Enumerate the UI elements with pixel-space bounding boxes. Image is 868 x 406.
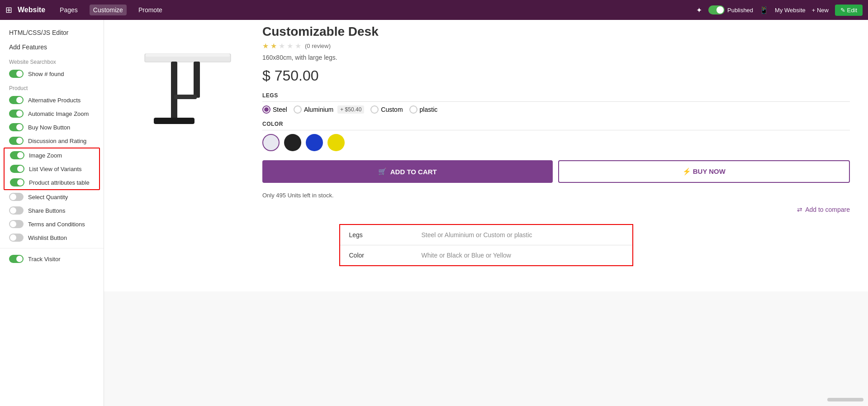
- color-label: COLOR: [262, 121, 850, 130]
- toggle-auto-zoom-switch[interactable]: [9, 110, 24, 118]
- color-white[interactable]: [262, 134, 280, 151]
- toggle-discussion-switch[interactable]: [9, 137, 24, 145]
- review-count: (0 review): [305, 43, 331, 49]
- toggle-show-found[interactable]: Show # found: [0, 67, 104, 81]
- toggle-prod-attr-table-switch[interactable]: [10, 178, 24, 186]
- add-to-cart-label: ADD TO CART: [390, 168, 437, 176]
- aluminium-price-badge: + $50.40: [337, 105, 364, 114]
- nav-promote[interactable]: Promote: [135, 5, 166, 15]
- product-image: [122, 24, 249, 142]
- published-label: Published: [727, 7, 753, 14]
- radio-steel[interactable]: [262, 105, 270, 114]
- color-swatches: [262, 134, 850, 151]
- toggle-buy-now-switch[interactable]: [9, 123, 24, 131]
- toggle-alt-products-switch[interactable]: [9, 96, 24, 104]
- color-yellow[interactable]: [327, 134, 345, 151]
- toggle-terms[interactable]: Terms and Conditions: [0, 217, 104, 231]
- legs-option-plastic[interactable]: plastic: [409, 105, 438, 114]
- toggle-share-btns[interactable]: Share Buttons: [0, 204, 104, 217]
- toggle-auto-zoom-label: Automatic Image Zoom: [28, 110, 89, 117]
- toggle-share-btns-switch[interactable]: [9, 206, 24, 215]
- toggle-terms-switch[interactable]: [9, 220, 24, 228]
- toggle-discussion[interactable]: Discussion and Rating: [0, 134, 104, 148]
- color-section: COLOR: [262, 121, 850, 151]
- stock-info: Only 495 Units left in stock.: [262, 192, 850, 199]
- toggle-alt-products[interactable]: Alternative Products: [0, 93, 104, 107]
- stars-row: ★ ★ ★ ★ ★ (0 review): [262, 42, 850, 50]
- sidebar: HTML/CSS/JS Editor Add Features Website …: [0, 20, 104, 406]
- toggle-list-variants-label: List View of Variants: [29, 166, 82, 172]
- cart-icon: 🛒: [378, 167, 387, 176]
- toggle-list-variants-switch[interactable]: [10, 165, 24, 173]
- toggle-show-found-switch[interactable]: [9, 70, 24, 78]
- grid-icon[interactable]: ⊞: [5, 5, 12, 15]
- topnav: ⊞ Website Pages Customize Promote ✦ Publ…: [0, 0, 868, 20]
- toggle-prod-attr-table[interactable]: Product attributes table: [5, 176, 99, 189]
- toggle-track-visitor-switch[interactable]: [9, 255, 24, 263]
- attr-table-element: Legs Steel or Aluminium or Custom or pla…: [340, 225, 632, 265]
- sidebar-item-add-features[interactable]: Add Features: [0, 40, 104, 54]
- compare-link[interactable]: ⇄ Add to compare: [262, 206, 850, 213]
- toggle-prod-attr-table-label: Product attributes table: [29, 179, 90, 186]
- attr-name-color: Color: [340, 245, 413, 266]
- add-to-cart-button[interactable]: 🛒 ADD TO CART: [262, 160, 553, 183]
- new-button[interactable]: + New: [812, 7, 829, 14]
- star-5: ★: [295, 42, 301, 50]
- brand-label: Website: [18, 6, 45, 14]
- desk-illustration: [127, 29, 244, 138]
- toggle-discussion-label: Discussion and Rating: [28, 138, 86, 144]
- radio-aluminium[interactable]: [294, 105, 302, 114]
- color-blue[interactable]: [306, 134, 323, 151]
- toggle-image-zoom-label: Image Zoom: [29, 152, 62, 159]
- legs-options: Steel Aluminium + $50.40 Custom: [262, 105, 850, 114]
- toggle-select-qty[interactable]: Select Quantity: [0, 190, 104, 204]
- toggle-wishlist-switch[interactable]: [9, 234, 24, 242]
- toggle-list-variants[interactable]: List View of Variants: [5, 162, 99, 176]
- sidebar-item-html-editor[interactable]: HTML/CSS/JS Editor: [0, 25, 104, 40]
- radio-plastic[interactable]: [409, 105, 417, 114]
- toggle-buy-now-label: Buy Now Button: [28, 124, 70, 131]
- legs-option-steel[interactable]: Steel: [262, 105, 287, 114]
- attributes-table: Legs Steel or Aluminium or Custom or pla…: [339, 224, 633, 266]
- toggle-auto-zoom[interactable]: Automatic Image Zoom: [0, 107, 104, 120]
- table-row: Color White or Black or Blue or Yellow: [340, 245, 632, 266]
- action-buttons: 🛒 ADD TO CART ⚡ BUY NOW: [262, 160, 850, 183]
- toggle-select-qty-switch[interactable]: [9, 193, 24, 201]
- phone-icon[interactable]: 📱: [759, 6, 768, 14]
- toggle-track-visitor[interactable]: Track Visitor: [0, 252, 104, 266]
- toggle-wishlist[interactable]: Wishlist Button: [0, 231, 104, 244]
- svg-rect-3: [154, 118, 194, 124]
- attributes-table-wrapper: Legs Steel or Aluminium or Custom or pla…: [122, 224, 850, 266]
- nav-customize[interactable]: Customize: [90, 5, 127, 15]
- legs-option-aluminium[interactable]: Aluminium + $50.40: [294, 105, 364, 114]
- nav-pages[interactable]: Pages: [56, 5, 81, 15]
- legs-option-custom[interactable]: Custom: [370, 105, 403, 114]
- star-4: ★: [287, 42, 293, 50]
- main-layout: HTML/CSS/JS Editor Add Features Website …: [0, 20, 868, 406]
- table-row: Legs Steel or Aluminium or Custom or pla…: [340, 225, 632, 245]
- edit-button[interactable]: ✎ Edit: [835, 5, 863, 16]
- scrollbar[interactable]: [827, 398, 863, 401]
- buy-now-button[interactable]: ⚡ BUY NOW: [558, 160, 850, 183]
- html-editor-label: HTML/CSS/JS Editor: [9, 29, 68, 36]
- toggle-image-zoom-switch[interactable]: [10, 151, 24, 159]
- toggle-image-zoom[interactable]: Image Zoom: [5, 148, 99, 162]
- site-name[interactable]: My Website: [775, 7, 806, 14]
- toggle-alt-products-label: Alternative Products: [28, 97, 81, 104]
- radio-custom[interactable]: [370, 105, 379, 114]
- add-features-label: Add Features: [9, 43, 47, 51]
- product-title: Customizable Desk: [262, 24, 850, 39]
- attr-name-legs: Legs: [340, 225, 413, 245]
- published-toggle[interactable]: Published: [708, 5, 753, 14]
- section-label-searchbox: Website Searchbox: [0, 54, 104, 67]
- toggle-buy-now[interactable]: Buy Now Button: [0, 120, 104, 134]
- highlighted-toggles-group: Image Zoom List View of Variants Product…: [4, 148, 100, 190]
- published-switch[interactable]: [708, 5, 725, 14]
- svg-rect-5: [174, 95, 197, 99]
- svg-rect-1: [146, 54, 230, 57]
- color-black[interactable]: [284, 134, 301, 151]
- star-3: ★: [279, 42, 285, 50]
- product-details: Customizable Desk ★ ★ ★ ★ ★ (0 review) 1…: [262, 24, 850, 213]
- svg-rect-2: [171, 62, 177, 120]
- legs-label: LEGS: [262, 92, 850, 102]
